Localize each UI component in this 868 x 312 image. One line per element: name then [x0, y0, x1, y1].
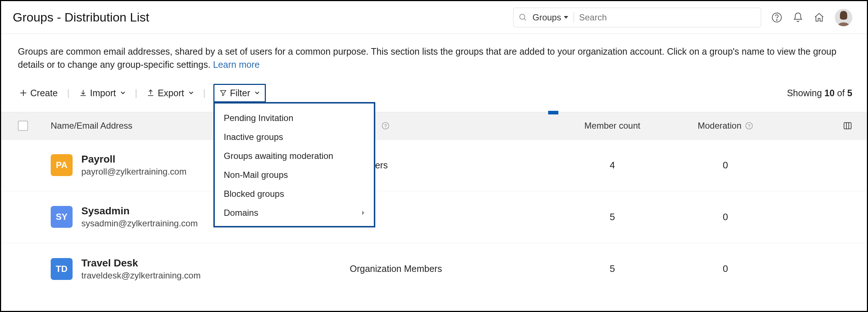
- svg-point-3: [776, 19, 777, 20]
- col-moderation-header[interactable]: Moderation ?: [671, 121, 780, 131]
- row-moderation-cell: 0: [671, 211, 780, 223]
- row-access-cell: Members: [350, 160, 554, 171]
- filter-menu-item[interactable]: Pending Invitation: [215, 109, 374, 128]
- avatar[interactable]: [835, 9, 852, 26]
- help-icon[interactable]: ?: [381, 122, 390, 130]
- funnel-icon: [220, 89, 227, 97]
- toolbar: Create | Import | Export | Filter: [1, 74, 867, 112]
- columns-config-icon[interactable]: [843, 121, 852, 130]
- group-name[interactable]: Payroll: [81, 153, 186, 165]
- separator: |: [203, 87, 206, 99]
- row-moderation-cell: 0: [671, 263, 780, 274]
- caret-down-icon: [563, 16, 569, 19]
- home-icon[interactable]: [814, 12, 825, 23]
- col-settings: [780, 121, 852, 130]
- help-icon[interactable]: [771, 12, 782, 23]
- group-email: traveldesk@zylkertraining.com: [81, 270, 201, 281]
- help-icon[interactable]: ?: [745, 122, 753, 130]
- group-name[interactable]: Travel Desk: [81, 257, 201, 269]
- table-body: PA Payroll payroll@zylkertraining.com Me…: [1, 140, 867, 295]
- svg-line-1: [524, 19, 526, 20]
- export-button[interactable]: Export: [145, 86, 195, 101]
- filter-wrapper: Filter Pending InvitationInactive groups…: [213, 84, 266, 102]
- filter-menu-label: Groups awaiting moderation: [224, 151, 333, 161]
- search-scope-label: Groups: [532, 12, 561, 23]
- showing-total: 5: [847, 88, 852, 98]
- group-email: sysadmin@zylkertraining.com: [81, 218, 198, 229]
- row-member-count-cell: 4: [554, 160, 671, 171]
- chevron-down-icon: [255, 91, 260, 95]
- group-name-block: Travel Desk traveldesk@zylkertraining.co…: [81, 257, 201, 281]
- showing-num: 10: [825, 88, 835, 98]
- table-row[interactable]: TD Travel Desk traveldesk@zylkertraining…: [1, 243, 867, 295]
- showing-count: Showing 10 of 5: [787, 88, 852, 98]
- group-badge: TD: [51, 258, 73, 280]
- submenu-arrow-icon: [361, 210, 365, 215]
- create-label: Create: [30, 88, 58, 98]
- row-member-count-cell: 5: [554, 211, 671, 223]
- filter-menu-item[interactable]: Groups awaiting moderation: [215, 147, 374, 165]
- row-name-cell: TD Travel Desk traveldesk@zylkertraining…: [51, 257, 350, 281]
- col-checkbox: [18, 121, 51, 131]
- bell-icon[interactable]: [793, 12, 803, 23]
- table-header: Name/Email Address Access ? Member count…: [1, 112, 867, 140]
- separator: |: [67, 87, 70, 99]
- search-scope-selector[interactable]: Groups: [532, 12, 574, 23]
- col-access-header[interactable]: Access ?: [350, 121, 554, 131]
- group-badge: SY: [51, 206, 73, 228]
- svg-rect-11: [844, 122, 851, 129]
- search-input[interactable]: [579, 12, 756, 23]
- group-name[interactable]: Sysadmin: [81, 205, 198, 217]
- filter-menu: Pending InvitationInactive groupsGroups …: [213, 102, 375, 227]
- showing-prefix: Showing: [787, 88, 825, 98]
- filter-menu-item[interactable]: Domains: [215, 203, 374, 222]
- row-member-count-cell: 5: [554, 263, 671, 274]
- table-row[interactable]: PA Payroll payroll@zylkertraining.com Me…: [1, 140, 867, 191]
- export-label: Export: [158, 88, 184, 98]
- search-box[interactable]: Groups: [513, 8, 761, 27]
- app-header: Groups - Distribution List Groups: [1, 1, 867, 34]
- search-icon: [519, 13, 527, 22]
- row-moderation-cell: 0: [671, 160, 780, 171]
- import-label: Import: [90, 88, 116, 98]
- import-button[interactable]: Import: [78, 86, 127, 101]
- group-badge: PA: [51, 154, 73, 176]
- filter-menu-label: Blocked groups: [224, 189, 284, 199]
- group-email: payroll@zylkertraining.com: [81, 167, 186, 177]
- group-name-block: Payroll payroll@zylkertraining.com: [81, 153, 186, 177]
- showing-of: of: [834, 88, 847, 98]
- plus-icon: [19, 89, 27, 97]
- header-right: Groups: [513, 8, 852, 27]
- row-access-cell: Organization Members: [350, 264, 554, 274]
- filter-menu-label: Non-Mail groups: [224, 170, 288, 180]
- separator: |: [135, 87, 137, 99]
- chevron-down-icon: [189, 91, 194, 95]
- filter-menu-label: Inactive groups: [224, 132, 283, 142]
- svg-point-0: [520, 14, 525, 19]
- page-title: Groups - Distribution List: [13, 10, 149, 24]
- filter-menu-label: Pending Invitation: [224, 113, 293, 123]
- download-icon: [79, 89, 87, 97]
- learn-more-link[interactable]: Learn more: [213, 59, 260, 70]
- svg-text:?: ?: [748, 123, 750, 128]
- create-button[interactable]: Create: [18, 86, 59, 101]
- filter-menu-item[interactable]: Non-Mail groups: [215, 165, 374, 184]
- select-all-checkbox[interactable]: [18, 121, 28, 131]
- sort-indicator: [548, 111, 558, 114]
- intro-text: Groups are common email addresses, share…: [1, 34, 867, 74]
- filter-menu-label: Domains: [224, 208, 258, 218]
- filter-menu-item[interactable]: Inactive groups: [215, 128, 374, 147]
- col-moderation-label: Moderation: [698, 121, 741, 131]
- chevron-down-icon: [120, 91, 125, 95]
- filter-menu-item[interactable]: Blocked groups: [215, 184, 374, 203]
- filter-button[interactable]: Filter: [213, 84, 266, 102]
- svg-text:?: ?: [384, 123, 387, 128]
- upload-icon: [147, 89, 155, 97]
- table-row[interactable]: SY Sysadmin sysadmin@zylkertraining.com …: [1, 191, 867, 243]
- col-member-count-header[interactable]: Member count: [554, 121, 671, 131]
- group-name-block: Sysadmin sysadmin@zylkertraining.com: [81, 205, 198, 229]
- intro-body: Groups are common email addresses, share…: [18, 46, 836, 70]
- filter-label: Filter: [230, 88, 250, 98]
